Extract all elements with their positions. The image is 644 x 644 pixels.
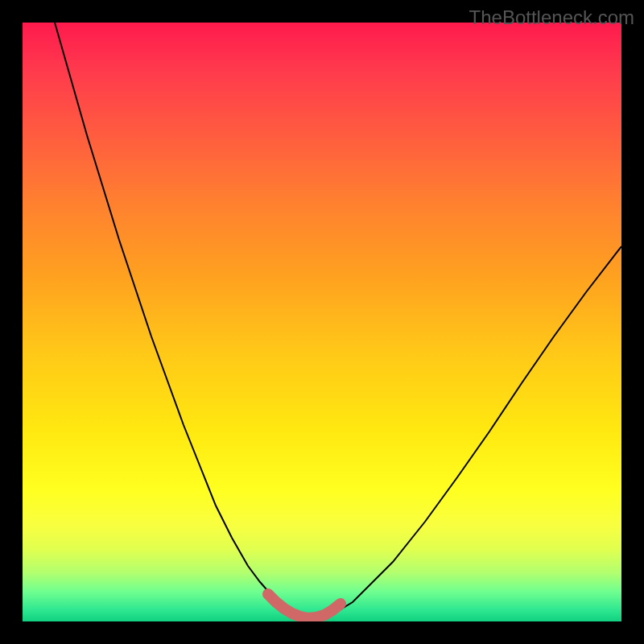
watermark-text: TheBottleneck.com: [469, 6, 634, 29]
chart-container: [23, 23, 621, 621]
overlay-dot-left: [263, 589, 273, 599]
bottleneck-curve-path: [55, 23, 621, 618]
overlay-dot-right: [336, 599, 345, 609]
chart-svg: [23, 23, 621, 621]
overlay-marker-path: [268, 594, 341, 618]
